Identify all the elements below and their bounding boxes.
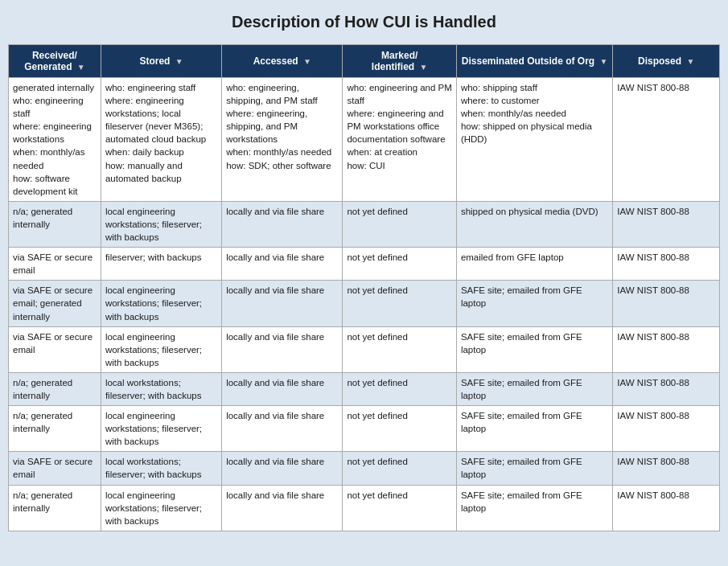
accessed-dropdown-icon[interactable]: ▼	[303, 57, 311, 66]
cell-disposed: IAW NIST 800-88	[613, 452, 720, 485]
cell-received: n/a; generated internally	[9, 406, 101, 452]
col-header-disposed-label: Disposed	[638, 55, 681, 67]
cell-marked: not yet defined	[343, 326, 456, 372]
cell-disposed: IAW NIST 800-88	[613, 485, 720, 531]
col-header-accessed[interactable]: Accessed ▼	[222, 45, 343, 78]
cell-marked: who: engineering and PM staff where: eng…	[343, 78, 456, 202]
cell-disseminated: emailed from GFE laptop	[456, 248, 612, 281]
cell-accessed: locally and via file share	[222, 452, 343, 485]
cell-stored: local engineering workstations; fileserv…	[101, 326, 221, 372]
col-header-marked[interactable]: Marked/Identified ▼	[343, 45, 456, 78]
table-row: n/a; generated internallylocal engineeri…	[9, 406, 720, 452]
cell-accessed: who: engineering, shipping, and PM staff…	[222, 78, 343, 202]
table-row: via SAFE or secure email; generated inte…	[9, 281, 720, 326]
cell-disseminated: SAFE site; emailed from GFE laptop	[456, 452, 612, 485]
cell-disseminated: who: shipping staff where: to customer w…	[456, 78, 612, 202]
cell-disseminated: SAFE site; emailed from GFE laptop	[456, 406, 612, 452]
marked-dropdown-icon[interactable]: ▼	[420, 63, 428, 72]
cell-accessed: locally and via file share	[222, 372, 343, 405]
cell-received: via SAFE or secure email	[9, 248, 101, 281]
table-row: via SAFE or secure emailfileserver; with…	[9, 248, 720, 281]
cell-disposed: IAW NIST 800-88	[613, 78, 720, 202]
table-row: generated internally who: engineering st…	[9, 78, 720, 202]
col-header-stored-label: Stored	[139, 55, 170, 67]
cell-disposed: IAW NIST 800-88	[613, 281, 720, 326]
col-header-disseminated[interactable]: Disseminated Outside of Org ▼	[456, 45, 612, 78]
table-row: n/a; generated internallylocal engineeri…	[9, 201, 720, 247]
cell-received: generated internally who: engineering st…	[9, 78, 101, 202]
table-row: n/a; generated internallylocal engineeri…	[9, 485, 720, 531]
cui-table: Received/Generated ▼ Stored ▼ Accessed ▼…	[8, 44, 720, 531]
cell-received: via SAFE or secure email	[9, 452, 101, 485]
cell-marked: not yet defined	[343, 452, 456, 485]
cell-accessed: locally and via file share	[222, 485, 343, 531]
col-header-marked-label: Marked/Identified	[372, 50, 417, 72]
cell-accessed: locally and via file share	[222, 281, 343, 326]
stored-dropdown-icon[interactable]: ▼	[175, 57, 183, 66]
col-header-received-label: Received/Generated	[24, 50, 77, 72]
cell-disposed: IAW NIST 800-88	[613, 372, 720, 405]
received-dropdown-icon[interactable]: ▼	[77, 63, 85, 72]
cell-stored: local engineering workstations; fileserv…	[101, 485, 221, 531]
cell-received: via SAFE or secure email; generated inte…	[9, 281, 101, 326]
col-header-disposed[interactable]: Disposed ▼	[613, 45, 720, 78]
cell-stored: local engineering workstations; fileserv…	[101, 281, 221, 326]
disposed-dropdown-icon[interactable]: ▼	[686, 57, 694, 66]
cell-stored: local workstations; fileserver; with bac…	[101, 452, 221, 485]
cell-disseminated: SAFE site; emailed from GFE laptop	[456, 485, 612, 531]
cell-stored: who: engineering staff where: engineerin…	[101, 78, 221, 202]
cell-marked: not yet defined	[343, 406, 456, 452]
table-row: via SAFE or secure emaillocal workstatio…	[9, 452, 720, 485]
col-header-received[interactable]: Received/Generated ▼	[9, 45, 101, 78]
col-header-accessed-label: Accessed	[253, 55, 298, 67]
cell-disposed: IAW NIST 800-88	[613, 326, 720, 372]
cell-received: n/a; generated internally	[9, 485, 101, 531]
cell-disseminated: SAFE site; emailed from GFE laptop	[456, 281, 612, 326]
table-header-row: Received/Generated ▼ Stored ▼ Accessed ▼…	[9, 45, 720, 78]
cell-disposed: IAW NIST 800-88	[613, 201, 720, 247]
cell-disseminated: SAFE site; emailed from GFE laptop	[456, 372, 612, 405]
cell-disseminated: shipped on physical media (DVD)	[456, 201, 612, 247]
cell-disposed: IAW NIST 800-88	[613, 406, 720, 452]
cell-accessed: locally and via file share	[222, 406, 343, 452]
cell-stored: local engineering workstations; fileserv…	[101, 406, 221, 452]
col-header-disseminated-label: Disseminated Outside of Org	[462, 55, 594, 67]
cell-received: n/a; generated internally	[9, 372, 101, 405]
cell-marked: not yet defined	[343, 281, 456, 326]
table-row: n/a; generated internallylocal workstati…	[9, 372, 720, 405]
cell-stored: fileserver; with backups	[101, 248, 221, 281]
page-title: Description of How CUI is Handled	[8, 8, 720, 36]
cell-marked: not yet defined	[343, 201, 456, 247]
col-header-stored[interactable]: Stored ▼	[101, 45, 221, 78]
cell-accessed: locally and via file share	[222, 326, 343, 372]
table-row: via SAFE or secure emaillocal engineerin…	[9, 326, 720, 372]
cell-accessed: locally and via file share	[222, 201, 343, 247]
cell-received: via SAFE or secure email	[9, 326, 101, 372]
cell-disposed: IAW NIST 800-88	[613, 248, 720, 281]
cell-stored: local workstations; fileserver; with bac…	[101, 372, 221, 405]
cell-marked: not yet defined	[343, 372, 456, 405]
cell-accessed: locally and via file share	[222, 248, 343, 281]
cell-disseminated: SAFE site; emailed from GFE laptop	[456, 326, 612, 372]
cell-stored: local engineering workstations; fileserv…	[101, 201, 221, 247]
cell-marked: not yet defined	[343, 485, 456, 531]
cell-received: n/a; generated internally	[9, 201, 101, 247]
disseminated-dropdown-icon[interactable]: ▼	[600, 57, 608, 66]
cell-marked: not yet defined	[343, 248, 456, 281]
